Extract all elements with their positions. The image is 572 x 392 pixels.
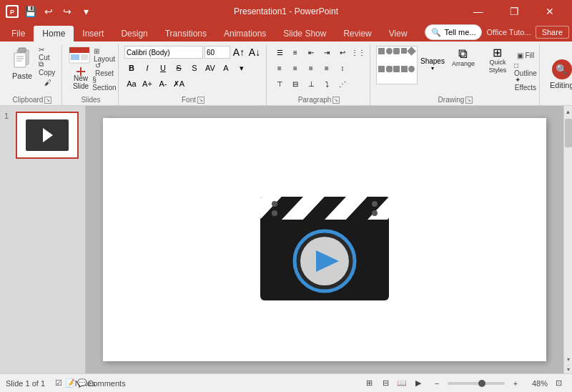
reading-view-button[interactable]: 📖: [394, 377, 410, 390]
editing-label: Editing: [550, 81, 572, 89]
arrange-button[interactable]: ⧉ Arrange: [448, 46, 479, 69]
vertical-scrollbar[interactable]: ▲ ▾ ▾: [563, 106, 572, 373]
para-expand[interactable]: ↘: [332, 97, 340, 104]
italic-button[interactable]: I: [140, 62, 154, 74]
shapes-dropdown[interactable]: Shapes ▾: [420, 57, 445, 72]
smartart-button[interactable]: ⋰: [335, 77, 350, 90]
decrease-font-button[interactable]: A↓: [247, 46, 262, 59]
slideshow-button[interactable]: ▶: [410, 377, 426, 390]
shape-outline-button[interactable]: □ Outline: [516, 63, 535, 76]
slide-thumbnail-1[interactable]: 1: [4, 112, 81, 159]
window-title: Presentation1 - PowerPoint: [234, 6, 338, 16]
indent-less-button[interactable]: ⇤: [304, 46, 318, 59]
tab-slideshow[interactable]: Slide Show: [275, 26, 335, 41]
tab-insert[interactable]: Insert: [74, 26, 112, 41]
char-spacing-button[interactable]: AV: [203, 62, 217, 74]
clear-format-button[interactable]: ✗A: [172, 77, 186, 90]
tab-animations[interactable]: Animations: [215, 26, 275, 41]
svg-rect-9: [69, 47, 89, 53]
svg-point-25: [272, 210, 277, 216]
ribbon-group-editing: 🔍 Editing: [541, 44, 572, 105]
shapes-panel[interactable]: [376, 46, 418, 84]
columns-button[interactable]: ⋮⋮: [351, 46, 365, 59]
clipboard-expand[interactable]: ↘: [44, 97, 51, 104]
align-right-button[interactable]: ≡: [304, 62, 318, 74]
font-name-input[interactable]: [124, 46, 203, 59]
scroll-down-button[interactable]: ▾: [564, 353, 573, 365]
font-size-input[interactable]: [204, 46, 230, 59]
quick-access-more[interactable]: ▾: [79, 4, 93, 19]
increase-font-button[interactable]: A↑: [232, 46, 246, 59]
title-bar: P 💾 ↩ ↪ ▾ Presentation1 - PowerPoint — ❐…: [0, 0, 572, 23]
tab-design[interactable]: Design: [112, 26, 156, 41]
font-expand[interactable]: ↘: [197, 97, 204, 104]
underline-button[interactable]: U: [156, 62, 170, 74]
strikethrough-button[interactable]: S: [172, 62, 186, 74]
save-button[interactable]: 💾: [23, 4, 37, 19]
restore-button[interactable]: ❐: [498, 0, 531, 23]
valign-top-button[interactable]: ⊤: [272, 77, 287, 90]
paragraph-group-label: Paragraph: [298, 96, 332, 104]
undo-button[interactable]: ↩: [41, 4, 56, 19]
bold-button[interactable]: B: [124, 62, 139, 74]
normal-view-button[interactable]: ⊞: [361, 377, 377, 390]
font-color-button[interactable]: A: [219, 62, 233, 74]
slide-panel: 1: [0, 106, 86, 373]
valign-mid-button[interactable]: ⊟: [288, 77, 302, 90]
paste-button[interactable]: Paste: [7, 46, 37, 82]
office-tutorial-link[interactable]: Office Tuto...: [486, 28, 531, 36]
editing-button[interactable]: 🔍 Editing: [546, 57, 572, 92]
scroll-up-button[interactable]: ▲: [564, 106, 573, 117]
indent-more-button[interactable]: ⇥: [320, 46, 334, 59]
justify-button[interactable]: ≡: [320, 62, 334, 74]
zoom-out-button[interactable]: −: [429, 377, 445, 390]
slide-thumb-1[interactable]: [16, 112, 79, 159]
bullet-list-button[interactable]: ☰: [272, 46, 287, 59]
scroll-thumb[interactable]: [565, 119, 572, 147]
tab-view[interactable]: View: [380, 26, 416, 41]
shape-effects-button[interactable]: ✦ Effects: [516, 77, 535, 90]
align-center-button[interactable]: ≡: [288, 62, 302, 74]
redo-button[interactable]: ↪: [60, 4, 74, 19]
line-spacing-button[interactable]: ↕: [335, 62, 350, 74]
tab-home[interactable]: Home: [34, 26, 74, 41]
text-dir-button[interactable]: ⤵: [320, 77, 334, 90]
new-slide-label2: Slide: [73, 82, 89, 90]
slide-canvas[interactable]: [103, 118, 546, 361]
fit-slide-button[interactable]: ⊡: [551, 377, 566, 390]
text-case-button[interactable]: Aa: [124, 77, 139, 90]
valign-bot-button[interactable]: ⊥: [304, 77, 318, 90]
rtl-button[interactable]: ↩: [335, 46, 350, 59]
tell-me-input[interactable]: 🔍 Tell me...: [425, 24, 482, 40]
new-slide-button[interactable]: New Slide: [68, 46, 94, 90]
svg-rect-11: [81, 54, 88, 60]
shape-fill-button[interactable]: ▣ Fill: [516, 49, 535, 62]
tab-review[interactable]: Review: [335, 26, 380, 41]
shape-item: [393, 48, 400, 54]
close-button[interactable]: ✕: [533, 0, 566, 23]
tab-file[interactable]: File: [3, 26, 34, 41]
align-left-button[interactable]: ≡: [272, 62, 287, 74]
font-size-3[interactable]: A-: [156, 77, 170, 90]
slide-sorter-button[interactable]: ⊟: [378, 377, 393, 390]
cut-button[interactable]: ✂ Cut: [39, 47, 57, 60]
font-size-2[interactable]: A+: [140, 77, 154, 90]
shadow-button[interactable]: S: [187, 62, 202, 74]
share-button[interactable]: Share: [536, 26, 569, 39]
zoom-in-button[interactable]: +: [508, 377, 523, 390]
zoom-thumb[interactable]: [478, 380, 485, 387]
quick-styles-button[interactable]: ⊞ QuickStyles: [482, 46, 513, 76]
layout-button[interactable]: ⊞ Layout: [95, 49, 114, 62]
section-button[interactable]: § Section: [95, 77, 114, 90]
minimize-button[interactable]: —: [462, 0, 495, 23]
num-list-button[interactable]: ≡: [288, 46, 302, 59]
format-painter-button[interactable]: 🖌: [39, 76, 57, 89]
tab-transitions[interactable]: Transitions: [157, 26, 215, 41]
copy-button[interactable]: ⧉ Copy: [39, 62, 57, 74]
zoom-slider[interactable]: [448, 382, 505, 385]
reset-button[interactable]: ↺ Reset: [95, 63, 114, 76]
font-row2-more[interactable]: ▾: [235, 62, 249, 74]
comments-button[interactable]: 💬 Comments: [94, 377, 109, 390]
scroll-bottom-arrow[interactable]: ▾: [567, 365, 570, 373]
drawing-expand[interactable]: ↘: [465, 97, 473, 104]
